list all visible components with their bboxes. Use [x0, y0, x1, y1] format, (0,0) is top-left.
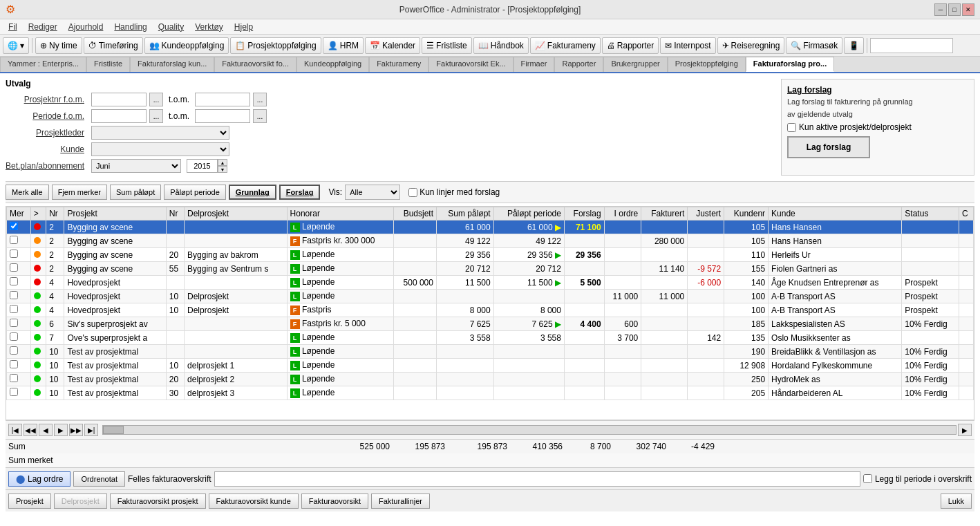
menu-verktoy[interactable]: Verktøy [189, 21, 229, 33]
global-search-input[interactable] [870, 38, 953, 53]
tab-fakturameny[interactable]: Fakturameny [369, 57, 428, 72]
kun-linjer-checkbox[interactable] [408, 188, 417, 197]
lag-ordre-button[interactable]: ⬤ Lag ordre [8, 471, 70, 487]
tab-firmaer[interactable]: Firmaer [513, 57, 555, 72]
prosjektleder-select[interactable] [91, 126, 229, 140]
table-row[interactable]: 4 Hovedprosjekt 10 Delprosjekt F Fastpri… [7, 303, 974, 317]
fakturaovorsikt-kunde-button[interactable]: Fakturaovorsikt kunde [209, 494, 299, 509]
cell-checkbox[interactable] [7, 248, 31, 262]
periode-tom-input[interactable] [195, 109, 250, 123]
legg-til-checkbox[interactable] [863, 474, 872, 483]
mobile-button[interactable]: 📱 [844, 37, 864, 54]
tab-fakturaforslag-pro[interactable]: Fakturaforslag pro... [746, 57, 834, 72]
prev-page-button[interactable]: ◀◀ [23, 424, 37, 436]
cell-checkbox[interactable] [7, 331, 31, 345]
reiseregning-button[interactable]: ✈ Reiseregning [717, 37, 785, 54]
delprosjekt-nav-button[interactable]: Delprosjekt [54, 494, 107, 509]
cell-checkbox[interactable] [7, 345, 31, 359]
table-row[interactable]: 10 Test av prosjektmal 10 delprosjekt 1 … [7, 359, 974, 373]
table-row[interactable]: 10 Test av prosjektmal 20 delprosjekt 2 … [7, 373, 974, 386]
table-row[interactable]: 10 Test av prosjektmal L Løpende 190 Bre… [7, 345, 974, 359]
fakturameny-button[interactable]: 📈 Fakturameny [530, 37, 601, 54]
prev-button[interactable]: ◀ [39, 424, 53, 436]
table-row[interactable]: 2 Bygging av scene 20 Bygging av bakrom … [7, 248, 974, 262]
tab-fakturaovorsikt-ek[interactable]: Fakturaovorsikt Ek... [428, 57, 513, 72]
prosjektnr-fom-browse[interactable]: ... [149, 93, 163, 106]
table-row[interactable]: 4 Hovedprosjekt 10 Delprosjekt L Løpende… [7, 290, 974, 303]
close-button[interactable]: ✕ [962, 3, 974, 16]
prosjektopfolging-button[interactable]: 📋 Prosjektoppfølging [230, 37, 321, 54]
vis-select[interactable]: Alle Merket Ikke merket [345, 185, 400, 200]
ny-time-button[interactable]: ⊕ Ny time [35, 37, 82, 54]
sum-paloept-button[interactable]: Sum påløpt [110, 185, 161, 200]
table-row[interactable]: 2 Bygging av scene 55 Bygging av Sentrum… [7, 262, 974, 276]
firmasok-button[interactable]: 🔍 Firmasøk [786, 37, 842, 54]
tab-prosjektopfolging[interactable]: Prosjektoppfølging [668, 57, 746, 72]
cell-checkbox[interactable] [7, 373, 31, 386]
table-row[interactable]: 7 Ove's superprosjekt a L Løpende 3 558 … [7, 331, 974, 345]
tab-rapporter[interactable]: Rapporter [554, 57, 603, 72]
tab-fakturaforslag-kun[interactable]: Fakturaforslag kun... [130, 57, 214, 72]
tab-fristliste[interactable]: Fristliste [86, 57, 130, 72]
fjern-merker-button[interactable]: Fjern merker [52, 185, 107, 200]
kun-aktive-checkbox[interactable] [787, 123, 796, 132]
scroll-right-button[interactable]: ▶ [958, 424, 972, 436]
table-container[interactable]: Mer > Nr Prosjekt Nr Delprosjekt Honorar… [6, 206, 974, 420]
menu-quality[interactable]: Quality [153, 21, 189, 33]
cell-checkbox[interactable] [7, 234, 31, 248]
fakturaovorsikt-prosjekt-button[interactable]: Fakturaovorsikt prosjekt [110, 494, 206, 509]
year-input[interactable] [187, 159, 218, 173]
prosjektnr-fom-input[interactable] [91, 93, 147, 106]
fakturaovorsikt-button[interactable]: Fakturaovorsikt [301, 494, 368, 509]
table-row[interactable]: 4 Hovedprosjekt L Løpende 500 000 11 500… [7, 276, 974, 290]
cell-checkbox[interactable] [7, 359, 31, 373]
cell-checkbox[interactable] [7, 262, 31, 276]
timeforing-button[interactable]: ⏱ Timeføring [84, 37, 143, 54]
periode-fom-browse[interactable]: ... [149, 109, 163, 123]
menu-rediger[interactable]: Rediger [23, 21, 63, 33]
kalender-button[interactable]: 📅 Kalender [365, 37, 420, 54]
cell-checkbox[interactable] [7, 290, 31, 303]
table-row[interactable]: 10 Test av prosjektmal 30 delprosjekt 3 … [7, 386, 974, 400]
minimize-button[interactable]: ─ [934, 3, 947, 16]
menu-handling[interactable]: Handling [109, 21, 152, 33]
hrm-button[interactable]: 👤 HRM [323, 37, 364, 54]
next-button[interactable]: ▶ [54, 424, 68, 436]
prosjekt-nav-button[interactable]: Prosjekt [8, 494, 51, 509]
cell-checkbox[interactable] [7, 276, 31, 290]
lag-forslag-button[interactable]: Lag forslag [787, 136, 870, 158]
cell-checkbox[interactable] [7, 303, 31, 317]
cell-checkbox[interactable] [7, 220, 31, 234]
table-row[interactable]: 6 Siv's superprosjekt av F Fastpris kr. … [7, 317, 974, 331]
year-down-button[interactable]: ▼ [218, 166, 227, 173]
lukk-button[interactable]: Lukk [941, 494, 972, 509]
first-page-button[interactable]: |◀ [8, 424, 22, 436]
periode-tom-browse[interactable]: ... [253, 109, 267, 123]
last-page-button[interactable]: ▶| [84, 424, 98, 436]
kundeopfolging-button[interactable]: 👥 Kundeoppfølging [144, 37, 229, 54]
felles-input[interactable] [214, 471, 860, 487]
handbok-button[interactable]: 📖 Håndbok [473, 37, 529, 54]
prosjektnr-tom-browse[interactable]: ... [253, 93, 267, 106]
betplan-select[interactable]: Juni [91, 159, 181, 173]
ordrenotat-button[interactable]: Ordrenotat [73, 471, 125, 487]
tab-fakturaovorsikt-fo[interactable]: Fakturaovorsikt fo... [214, 57, 296, 72]
rapporter-button[interactable]: 🖨 Rapporter [602, 37, 659, 54]
menu-hjelp[interactable]: Hjelp [229, 21, 258, 33]
menu-fil[interactable]: Fil [3, 21, 23, 33]
maximize-button[interactable]: □ [948, 3, 961, 16]
table-row[interactable]: 2 Bygging av scene F Fastpris kr. 300 00… [7, 234, 974, 248]
tab-brukergrupper[interactable]: Brukergrupper [603, 57, 667, 72]
toolbar-globe[interactable]: 🌐 ▾ [3, 37, 29, 54]
prosjektnr-tom-input[interactable] [195, 93, 250, 106]
table-row[interactable]: 2 Bygging av scene L Løpende 61 000 61 0… [7, 220, 974, 234]
forslag-button[interactable]: Forslag [279, 185, 321, 200]
year-up-button[interactable]: ▲ [218, 159, 227, 166]
tab-yammer[interactable]: Yammer : Enterpris... [0, 57, 86, 72]
cell-checkbox[interactable] [7, 317, 31, 331]
grunnlag-button[interactable]: Grunnlag [229, 185, 276, 200]
fakturallinjer-button[interactable]: Fakturallinjer [371, 494, 430, 509]
cell-checkbox[interactable] [7, 386, 31, 400]
menu-ajourhold[interactable]: Ajourhold [63, 21, 109, 33]
paloept-periode-button[interactable]: Påløpt periode [164, 185, 226, 200]
